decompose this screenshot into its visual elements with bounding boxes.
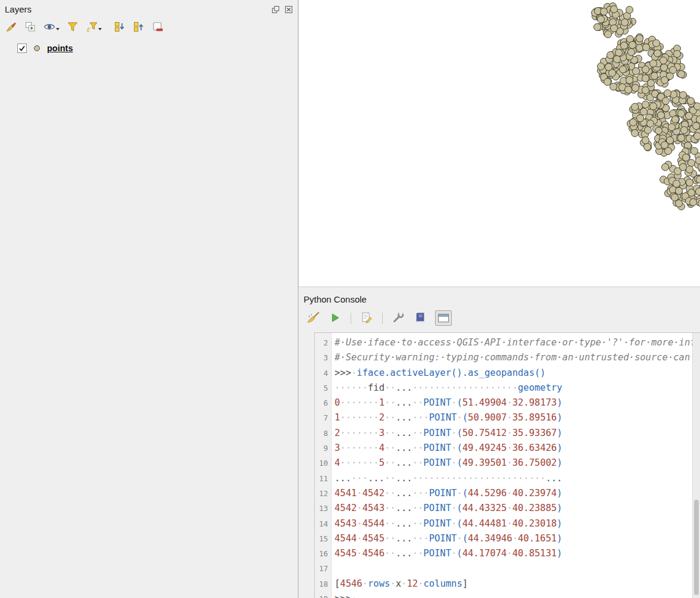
- console-line-text: #·Use·iface·to·access·QGIS·API·interface…: [332, 335, 700, 350]
- console-line: 144543·4544··...··POINT·(44.44481·40.230…: [315, 516, 700, 531]
- console-line-text: 4543·4544··...··POINT·(44.44481·40.23018…: [332, 516, 562, 531]
- float-panel-button[interactable]: [271, 5, 280, 14]
- line-number: 4: [315, 366, 332, 381]
- map-point: [642, 101, 649, 108]
- paintbrush-icon: [5, 21, 17, 33]
- layer-name[interactable]: points: [47, 43, 73, 53]
- dropdown-arrow-icon[interactable]: [56, 28, 60, 30]
- console-line: 17: [315, 561, 700, 576]
- map-point: [600, 8, 608, 15]
- dock-console-button[interactable]: [435, 310, 452, 326]
- line-number: 6: [315, 395, 332, 410]
- console-line: 82·······3··...··POINT·(50.75412·35.9336…: [315, 426, 700, 441]
- collapse-tree-icon: [133, 21, 145, 33]
- help-button[interactable]: [413, 311, 427, 325]
- float-panel-icon: [271, 5, 280, 14]
- wrench-icon: [392, 312, 405, 325]
- map-point: [685, 112, 693, 120]
- console-line: 2#·Use·iface·to·access·QGIS·API·interfac…: [315, 335, 700, 350]
- layers-toolbar: ε: [0, 16, 298, 35]
- python-console-panel: Python Console: [299, 287, 700, 598]
- console-line-text: [332, 561, 335, 576]
- map-point: [680, 126, 688, 134]
- console-line-text: 2·······3··...··POINT·(50.75412·35.93367…: [332, 426, 562, 441]
- layer-checkbox[interactable]: [17, 43, 27, 53]
- map-point: [631, 129, 639, 137]
- line-number: 10: [315, 456, 332, 471]
- console-line: 104·······5··...··POINT·(49.39501·36.750…: [315, 456, 700, 471]
- console-line-text: 3·······4··...··POINT·(49.49245·36.63426…: [332, 441, 562, 456]
- line-number: 7: [315, 410, 332, 425]
- map-point: [620, 42, 628, 49]
- filter-legend-by-expression-button[interactable]: ε: [85, 20, 98, 33]
- panel-window-buttons: [271, 5, 293, 14]
- manage-map-themes-button[interactable]: [43, 20, 55, 33]
- console-line: 164545·4546··...··POINT·(44.17074·40.851…: [315, 546, 700, 561]
- console-line-text: 0·······1··...··POINT·(51.49904·32.98173…: [332, 395, 562, 410]
- filter-expression-group: ε: [85, 20, 102, 33]
- broom-icon: [307, 312, 320, 325]
- open-layer-styling-button[interactable]: [5, 20, 17, 33]
- script-editor-icon: [360, 312, 373, 325]
- close-panel-button[interactable]: [284, 5, 293, 14]
- scrollbar-thumb[interactable]: [694, 500, 699, 595]
- line-number: 19: [315, 591, 332, 598]
- remove-layer-button[interactable]: [151, 20, 164, 33]
- toolbar-separator: [382, 313, 383, 324]
- console-line-text: 4544·4545··...···POINT·(44.34946·40.1651…: [332, 531, 562, 546]
- map-point: [669, 66, 677, 74]
- map-point: [647, 79, 655, 87]
- line-number: 2: [315, 335, 332, 350]
- vertical-scrollbar[interactable]: [692, 333, 700, 598]
- options-button[interactable]: [391, 311, 405, 325]
- dropdown-arrow-icon[interactable]: [98, 28, 102, 30]
- map-point: [673, 50, 681, 58]
- map-point: [629, 119, 637, 126]
- map-canvas[interactable]: [299, 0, 700, 287]
- line-number: 11: [315, 471, 332, 486]
- collapse-all-button[interactable]: [132, 20, 145, 33]
- panel-window-icon: [437, 312, 450, 324]
- run-command-button[interactable]: [328, 311, 342, 325]
- point-symbol-icon: [34, 45, 40, 51]
- map-point: [693, 132, 700, 140]
- line-number: 15: [315, 531, 332, 546]
- map-point: [695, 188, 700, 195]
- map-point: [610, 24, 618, 32]
- map-point: [644, 126, 652, 134]
- map-point: [689, 198, 697, 206]
- console-line: 3#·Security·warning:·typing·commands·fro…: [315, 350, 700, 365]
- line-number: 16: [315, 546, 332, 561]
- close-icon: [285, 5, 293, 14]
- map-point: [621, 18, 629, 26]
- console-editor[interactable]: 2#·Use·iface·to·access·QGIS·API·interfac…: [314, 332, 700, 598]
- console-line-text: ...···...··...························..…: [332, 471, 562, 486]
- map-point: [698, 200, 700, 207]
- book-icon: [414, 312, 427, 325]
- python-console-toolbar: [299, 304, 700, 326]
- map-point: [632, 67, 640, 75]
- console-line: 18[4546·rows·x·12·columns]: [315, 577, 700, 591]
- layer-row[interactable]: points: [17, 43, 298, 53]
- map-point: [632, 84, 639, 92]
- expand-all-button[interactable]: [113, 20, 126, 33]
- map-point: [604, 78, 611, 86]
- clear-console-button[interactable]: [306, 311, 320, 325]
- expression-funnel-icon: ε: [86, 21, 98, 33]
- add-group-icon: [24, 21, 36, 33]
- map-point: [686, 179, 693, 186]
- layer-tree: points: [0, 35, 298, 53]
- add-group-button[interactable]: [24, 20, 36, 33]
- svg-text:ε: ε: [86, 26, 90, 33]
- python-console-title: Python Console: [299, 287, 700, 304]
- map-point: [664, 89, 671, 97]
- map-point: [693, 102, 700, 110]
- console-line-text: ······fid··...···················geometr…: [332, 381, 562, 395]
- show-editor-button[interactable]: [360, 311, 374, 325]
- toolbar-separator: [351, 313, 351, 324]
- filter-legend-button[interactable]: [66, 20, 79, 33]
- line-number: 18: [315, 577, 332, 591]
- map-point: [649, 60, 657, 67]
- console-output: 2#·Use·iface·to·access·QGIS·API·interfac…: [315, 335, 700, 598]
- map-point: [661, 163, 669, 171]
